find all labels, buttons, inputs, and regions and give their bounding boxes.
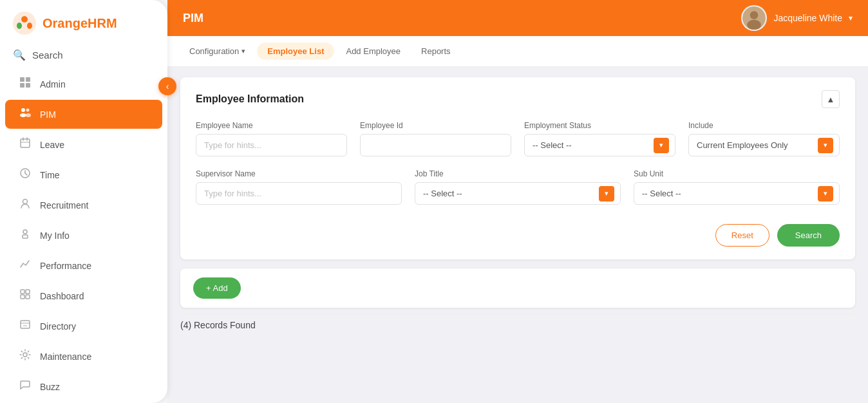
job-title-label: Job Title	[415, 169, 621, 178]
include-group: Include Current Employees Only ▾	[688, 121, 840, 156]
tab-configuration[interactable]: Configuration ▾	[180, 41, 254, 61]
svg-rect-22	[21, 290, 24, 294]
logo-icon	[13, 12, 36, 35]
myinfo-label: My Info	[40, 230, 70, 241]
sub-unit-select[interactable]: -- Select --	[634, 182, 840, 205]
supervisor-name-input[interactable]	[196, 182, 402, 205]
job-title-select[interactable]: -- Select --	[415, 182, 621, 205]
pim-icon	[18, 106, 32, 122]
svg-rect-6	[20, 83, 24, 88]
card-footer: Reset Search	[196, 218, 840, 247]
sidebar-toggle-button[interactable]: ‹	[158, 77, 176, 95]
divider	[180, 314, 855, 315]
tab-add-employee[interactable]: Add Employee	[337, 41, 410, 61]
supervisor-name-group: Supervisor Name	[196, 169, 402, 205]
header-title: PIM	[183, 12, 203, 25]
job-title-wrapper: -- Select -- ▾	[415, 182, 621, 205]
user-dropdown-arrow: ▾	[849, 14, 853, 23]
sidebar-item-leave[interactable]: Leave	[5, 130, 162, 159]
tab-employee-list-label: Employee List	[267, 46, 324, 56]
supervisor-name-label: Supervisor Name	[196, 169, 402, 178]
search-nav-item[interactable]: 🔍 Search	[0, 44, 167, 66]
sidebar-item-maintenance[interactable]: Maintenance	[5, 342, 162, 371]
sub-unit-wrapper: -- Select -- ▾	[634, 182, 840, 205]
search-button[interactable]: Search	[777, 224, 840, 247]
main-content: PIM Jacqueline White ▾ Configuration ▾ E…	[167, 0, 868, 403]
svg-point-3	[27, 23, 32, 29]
dashboard-icon	[18, 288, 32, 304]
config-chevron-icon: ▾	[241, 47, 245, 55]
records-found: (4) Records Found	[180, 320, 855, 330]
directory-label: Directory	[40, 321, 76, 332]
reset-button[interactable]: Reset	[715, 224, 769, 247]
svg-point-19	[23, 200, 28, 204]
time-label: Time	[40, 170, 60, 180]
sidebar-item-performance[interactable]: Performance	[5, 251, 162, 280]
employee-id-group: Employee Id	[360, 121, 511, 156]
buzz-icon	[18, 379, 32, 395]
sidebar-item-admin[interactable]: Admin	[5, 70, 162, 98]
card-header: Employee Information ▲	[196, 90, 840, 108]
employment-status-group: Employment Status -- Select -- ▾	[524, 121, 675, 156]
tab-reports-label: Reports	[421, 46, 451, 56]
svg-rect-24	[21, 295, 24, 299]
header: PIM Jacqueline White ▾	[167, 0, 868, 36]
sidebar-item-pim[interactable]: PIM	[5, 100, 162, 129]
svg-point-11	[26, 113, 31, 117]
employee-name-group: Employee Name	[196, 121, 347, 156]
employment-status-wrapper: -- Select -- ▾	[524, 134, 675, 156]
search-icon: 🔍	[13, 49, 26, 61]
time-icon	[18, 167, 32, 183]
add-button[interactable]: + Add	[193, 277, 241, 299]
recruitment-icon	[18, 197, 32, 213]
svg-point-0	[13, 12, 36, 35]
employee-name-label: Employee Name	[196, 121, 347, 130]
leave-icon	[18, 136, 32, 153]
svg-point-29	[23, 353, 27, 357]
tab-employee-list[interactable]: Employee List	[257, 42, 334, 60]
svg-rect-23	[26, 290, 30, 294]
sidebar-logo: OrangeHRM	[0, 0, 167, 44]
svg-rect-21	[23, 235, 28, 238]
maintenance-icon	[18, 348, 32, 364]
search-label: Search	[32, 50, 63, 61]
directory-icon	[18, 318, 32, 334]
sidebar: OrangeHRM 🔍 Search Admin	[0, 0, 167, 403]
maintenance-label: Maintenance	[40, 351, 91, 362]
leave-label: Leave	[40, 140, 64, 150]
admin-label: Admin	[40, 79, 66, 89]
svg-point-2	[17, 23, 22, 29]
tab-reports[interactable]: Reports	[412, 41, 460, 61]
svg-point-20	[23, 230, 27, 234]
svg-rect-7	[26, 83, 30, 88]
form-row-2: Supervisor Name Job Title -- Select -- ▾…	[196, 169, 840, 205]
sidebar-item-dashboard[interactable]: Dashboard	[5, 281, 162, 310]
user-menu[interactable]: Jacqueline White ▾	[741, 5, 853, 31]
employee-name-input[interactable]	[196, 134, 347, 156]
employment-status-label: Employment Status	[524, 121, 675, 130]
user-name: Jacqueline White	[773, 13, 842, 23]
action-bar: + Add	[180, 268, 855, 308]
include-select[interactable]: Current Employees Only	[688, 134, 840, 156]
performance-icon	[18, 258, 32, 274]
buzz-label: Buzz	[40, 382, 60, 392]
employee-id-label: Employee Id	[360, 121, 511, 130]
svg-rect-12	[21, 139, 30, 147]
employment-status-select[interactable]: -- Select --	[524, 134, 675, 156]
sidebar-item-time[interactable]: Time	[5, 160, 162, 189]
recruitment-label: Recruitment	[40, 200, 88, 211]
svg-rect-4	[20, 77, 24, 82]
dashboard-label: Dashboard	[40, 291, 84, 301]
sidebar-item-myinfo[interactable]: My Info	[5, 221, 162, 250]
app-name: OrangeHRM	[42, 16, 117, 31]
card-title: Employee Information	[196, 93, 304, 105]
collapse-button[interactable]: ▲	[822, 90, 840, 108]
employee-id-input[interactable]	[360, 134, 511, 156]
svg-point-1	[21, 16, 28, 23]
sidebar-item-recruitment[interactable]: Recruitment	[5, 191, 162, 220]
performance-label: Performance	[40, 261, 91, 271]
sidebar-item-buzz[interactable]: Buzz	[5, 372, 162, 401]
tab-configuration-label: Configuration	[189, 46, 239, 56]
svg-rect-26	[21, 321, 30, 328]
sidebar-item-directory[interactable]: Directory	[5, 312, 162, 341]
